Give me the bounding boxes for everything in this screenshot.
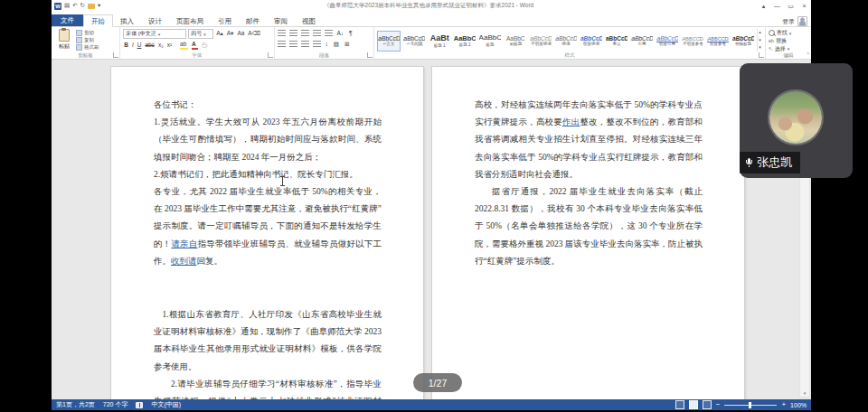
collapse-ribbon-icon[interactable]: ^: [807, 52, 809, 57]
zoom-slider-thumb[interactable]: [749, 402, 751, 408]
align-left-icon[interactable]: [278, 41, 286, 48]
tab-review[interactable]: 审阅: [267, 15, 295, 27]
paste-button[interactable]: 粘贴: [54, 29, 74, 52]
style-chip-强调[interactable]: AaBbCcDd强调: [554, 31, 578, 52]
italic-button[interactable]: I: [131, 42, 135, 50]
style-chip-明显参考[interactable]: AABBCCDD明显参考: [706, 31, 730, 52]
tab-layout[interactable]: 页面布局: [169, 15, 211, 27]
change-case-button[interactable]: Aa: [236, 30, 245, 38]
style-chip-↵正文[interactable]: AaBbCcDd↵正文: [377, 31, 401, 52]
enclose-character-button[interactable]: ㊀: [201, 42, 209, 50]
folder-icon[interactable]: [88, 4, 95, 9]
cut-button[interactable]: 剪切: [76, 30, 99, 36]
superscript-button[interactable]: x²: [166, 42, 173, 50]
styles-more-icon[interactable]: ▾: [759, 45, 761, 50]
style-chip-明显引用[interactable]: AaBbCcDd明显引用: [656, 31, 679, 52]
subscript-button[interactable]: x₂: [157, 42, 165, 50]
word-count[interactable]: 720 个字: [103, 400, 128, 409]
tab-mailings[interactable]: 邮件: [239, 15, 267, 27]
align-right-icon[interactable]: [301, 41, 309, 48]
doc-paragraph[interactable]: 各位书记：: [154, 97, 382, 114]
zoom-in-icon[interactable]: +: [781, 401, 786, 408]
font-dialog-launcher[interactable]: [268, 52, 273, 58]
doc-text[interactable]: 2.请毕业班辅导员仔细学习“材料审核标准”，指导毕业生规范填报、提供“十大类二十…: [154, 379, 382, 399]
language-status[interactable]: 中文(中国): [151, 400, 181, 409]
find-button[interactable]: 查找▾: [769, 30, 792, 37]
style-chip-副标题[interactable]: AaBbC副标题: [504, 31, 527, 52]
doc-text[interactable]: 1.根据山东省教育厅、人社厅印发《山东省高校毕业生就业证明材料审核标准》通知，现…: [154, 310, 382, 371]
doc-text[interactable]: 整改，整改不到位的，教育部和我省将调减相关专业招生计划直至停招。对经核实连续三年…: [475, 117, 703, 179]
document-page-1[interactable]: 各位书记：1.灵活就业。学生大致可从 2023 年五六月份离校前期开始（毕业生可…: [111, 67, 423, 399]
doc-paragraph[interactable]: 据省厅通报，2022 届毕业生就业去向落实率（截止 2022.8.31 数据），…: [475, 183, 703, 270]
underlined-text[interactable]: 请亲自: [171, 239, 197, 248]
style-chip-书籍标题[interactable]: AaBbCcDd书籍标题: [731, 31, 755, 52]
clear-formatting-button[interactable]: A⌫: [247, 30, 261, 38]
style-chip-标题 2[interactable]: AaBbC标题 2: [453, 31, 476, 52]
shading-icon[interactable]: ▨: [333, 41, 340, 49]
increase-indent-icon[interactable]: [325, 30, 333, 37]
style-chip-要点[interactable]: AaBbCcDd要点: [605, 31, 628, 52]
tab-home[interactable]: 开始: [83, 14, 113, 28]
sort-icon[interactable]: A↓: [336, 30, 345, 38]
font-color-button[interactable]: A: [191, 41, 199, 51]
undo-icon[interactable]: ↶: [72, 3, 77, 9]
copy-button[interactable]: 复制: [76, 37, 99, 43]
zoom-out-icon[interactable]: −: [716, 401, 721, 408]
borders-icon[interactable]: ⊞: [344, 41, 350, 49]
style-chip-不明显强调[interactable]: AaBbCcDd不明显强调: [529, 31, 552, 52]
doc-paragraph[interactable]: 1.根据山东省教育厅、人社厅印发《山东省高校毕业生就业证明材料审核标准》通知，现…: [154, 306, 382, 376]
justify-icon[interactable]: [313, 41, 321, 48]
document-page-2[interactable]: 高校，对经核实连续两年去向落实率低于 50%的学科专业点实行黄牌提示，高校要作出…: [432, 67, 744, 399]
web-layout-icon[interactable]: [703, 400, 712, 409]
print-layout-icon[interactable]: [689, 400, 698, 409]
style-chip-↵无间隔[interactable]: AaBbCcDd↵无间隔: [402, 31, 426, 52]
replace-button[interactable]: ab替换: [769, 38, 792, 45]
styles-down-icon[interactable]: ▾: [759, 38, 761, 42]
zoom-slider[interactable]: [724, 405, 777, 406]
tab-view[interactable]: 视图: [295, 15, 323, 27]
style-chip-明显强调[interactable]: AaBbCcDd明显强调: [580, 31, 603, 52]
zoom-level[interactable]: 100%: [790, 402, 807, 408]
styles-up-icon[interactable]: ▴: [759, 30, 761, 34]
doc-text[interactable]: 据省厅通报，2022 届毕业生就业去向落实率（截止 2022.8.31 数据），…: [475, 187, 703, 266]
doc-text[interactable]: 各位书记：: [154, 100, 197, 109]
redo-icon[interactable]: ↻: [80, 3, 85, 9]
proofing-icon[interactable]: [136, 402, 143, 408]
underline-button[interactable]: U: [137, 42, 143, 50]
multilevel-list-icon[interactable]: [301, 30, 309, 37]
align-center-icon[interactable]: [289, 41, 297, 48]
page-info[interactable]: 第1页，共2页: [56, 400, 95, 409]
underlined-text[interactable]: 作出: [562, 117, 580, 126]
doc-text[interactable]: 1.灵活就业。学生大致可从 2023 年五六月份离校前期开始（毕业生可酌情填写）…: [154, 117, 382, 161]
close-icon[interactable]: ×: [797, 0, 811, 12]
line-spacing-icon[interactable]: ↕: [325, 41, 329, 49]
numbered-list-icon[interactable]: [289, 30, 297, 37]
bullet-list-icon[interactable]: [278, 30, 286, 37]
style-chip-标题 1[interactable]: AaBt标题 1: [428, 31, 451, 52]
webcam-tile[interactable]: 张忠凯: [740, 63, 853, 178]
bold-button[interactable]: B: [123, 42, 129, 50]
read-mode-icon[interactable]: [675, 400, 684, 409]
decrease-indent-icon[interactable]: [313, 30, 321, 37]
doc-paragraph[interactable]: 高校，对经核实连续两年去向落实率低于 50%的学科专业点实行黄牌提示，高校要作出…: [475, 97, 703, 183]
style-chip-引用[interactable]: AaBbCcDd引用: [630, 31, 654, 52]
ribbon-display-options-icon[interactable]: ▴: [757, 0, 770, 12]
tab-references[interactable]: 引用: [211, 15, 239, 27]
doc-text[interactable]: 回复。: [197, 257, 223, 266]
doc-paragraph[interactable]: 2.烦请书记们，把此通知精神向书记、院长专门汇报。: [154, 166, 382, 183]
sign-in[interactable]: 登录: [782, 16, 811, 26]
doc-paragraph[interactable]: 1.灵活就业。学生大致可从 2023 年五六月份离校前期开始（毕业生可酌情填写）…: [154, 114, 382, 166]
save-icon[interactable]: ▤: [64, 3, 70, 9]
style-chip-标题[interactable]: AaBbC标题: [478, 31, 502, 52]
styles-dialog-launcher[interactable]: [759, 52, 764, 58]
tab-file[interactable]: 文件: [52, 14, 83, 27]
doc-paragraph[interactable]: 各专业，尤其 2022 届毕业生就业率低于 50%的相关专业，在 2023 届毕…: [154, 183, 382, 270]
tab-design[interactable]: 设计: [141, 15, 169, 27]
grow-font-button[interactable]: A▴: [215, 30, 224, 38]
doc-paragraph[interactable]: 2.请毕业班辅导员仔细学习“材料审核标准”，指导毕业生规范填报、提供“十大类二十…: [154, 376, 382, 399]
scroll-down-icon[interactable]: ▾: [800, 391, 809, 396]
format-painter-button[interactable]: 格式刷: [76, 44, 99, 51]
font-size-select[interactable]: 四号 ▾: [188, 29, 213, 39]
show-marks-icon[interactable]: ¶: [348, 30, 354, 38]
doc-text[interactable]: 2.烦请书记们，把此通知精神向书记、院长专门汇报。: [154, 170, 358, 179]
